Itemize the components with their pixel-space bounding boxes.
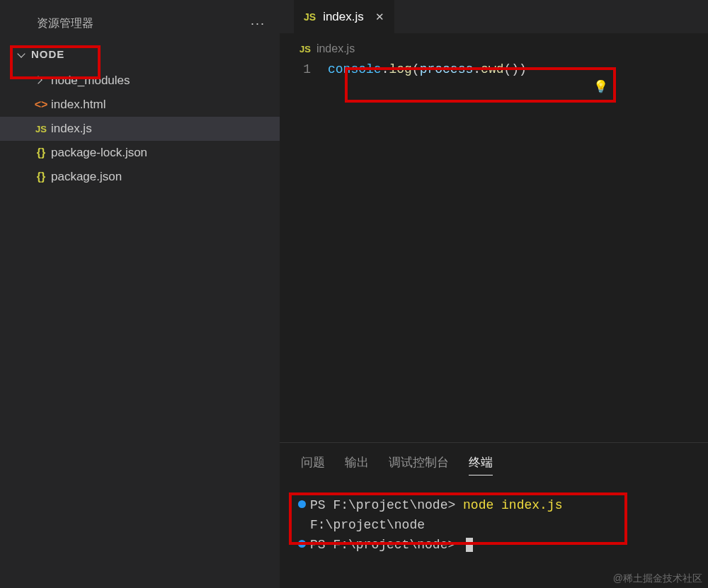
code-editor[interactable]: 1 console.log(process.cwd()): [280, 59, 708, 79]
lightbulb-icon[interactable]: 💡: [593, 79, 608, 94]
chevron-right-icon: [34, 76, 44, 86]
watermark: @稀土掘金技术社区: [613, 572, 702, 585]
file-label: package-lock.json: [51, 146, 147, 160]
file-item-node-modules[interactable]: node_modules: [0, 69, 280, 93]
code-text: console.log(process.cwd()): [328, 62, 527, 76]
file-item-index-js[interactable]: JS index.js: [0, 117, 280, 141]
file-item-index-html[interactable]: <> index.html: [0, 93, 280, 117]
terminal-line: PS F:\project\node> node index.js: [298, 495, 708, 515]
file-label: index.js: [51, 122, 92, 136]
terminal-status-dot: [298, 500, 306, 508]
terminal-line: PS F:\project\node>: [298, 535, 708, 555]
terminal-status-dot: [298, 540, 306, 548]
bottom-panel: 问题 输出 调试控制台 终端 PS F:\project\node> node …: [280, 442, 708, 588]
js-icon: JS: [299, 44, 311, 54]
line-number: 1: [292, 62, 328, 76]
explorer-panel: 资源管理器 ··· NODE node_modules <> index.htm…: [0, 0, 280, 588]
folder-header[interactable]: NODE: [0, 42, 280, 66]
js-icon: JS: [35, 124, 47, 134]
html-icon: <>: [35, 98, 48, 111]
folder-name: NODE: [31, 48, 64, 60]
file-label: node_modules: [51, 74, 130, 88]
close-icon[interactable]: ✕: [375, 11, 384, 23]
breadcrumb-file: index.js: [316, 42, 355, 55]
breadcrumb[interactable]: JS index.js: [280, 34, 708, 59]
js-icon: JS: [304, 11, 316, 23]
json-icon: {}: [37, 171, 45, 183]
chevron-down-icon: [17, 50, 27, 59]
panel-tab-problems[interactable]: 问题: [301, 454, 325, 475]
explorer-title: 资源管理器: [37, 16, 93, 31]
file-label: package.json: [51, 170, 122, 184]
terminal-line: F:\project\node: [298, 515, 708, 535]
panel-tab-terminal[interactable]: 终端: [469, 454, 493, 475]
json-icon: {}: [37, 146, 45, 159]
more-icon[interactable]: ···: [251, 16, 266, 31]
file-item-package-lock-json[interactable]: {} package-lock.json: [0, 141, 280, 165]
panel-tabs: 问题 输出 调试控制台 终端: [280, 443, 708, 484]
terminal-cursor: [466, 538, 473, 552]
tab-bar: JS index.js ✕: [280, 0, 708, 34]
file-item-package-json[interactable]: {} package.json: [0, 165, 280, 189]
file-label: index.html: [51, 98, 105, 112]
panel-tab-debug[interactable]: 调试控制台: [389, 454, 449, 475]
tab-label: index.js: [323, 10, 364, 24]
terminal[interactable]: PS F:\project\node> node index.js F:\pro…: [280, 484, 708, 555]
panel-tab-output[interactable]: 输出: [345, 454, 369, 475]
tab-index-js[interactable]: JS index.js ✕: [294, 0, 395, 33]
file-list: node_modules <> index.html JS index.js {…: [0, 69, 280, 189]
